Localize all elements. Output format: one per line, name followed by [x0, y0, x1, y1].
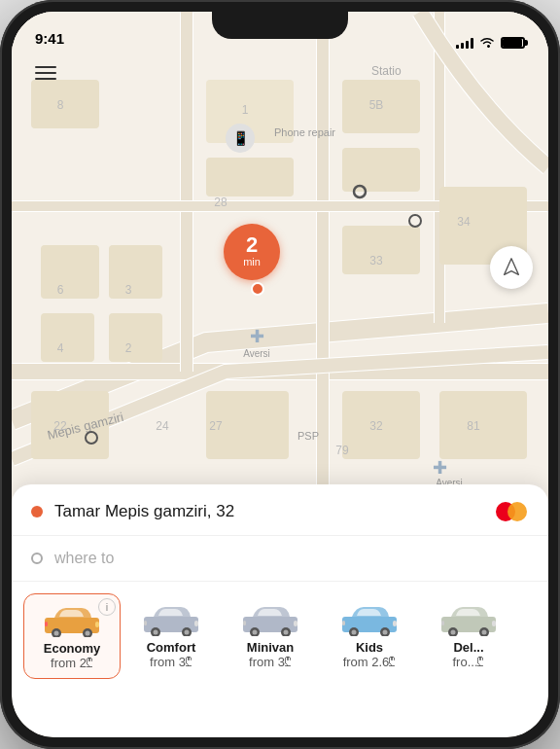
info-badge-economy[interactable]: i — [98, 598, 116, 616]
signal-bar-3 — [466, 41, 469, 49]
ride-option-name-minivan: Minivan — [247, 640, 294, 655]
mastercard-right — [508, 502, 527, 521]
svg-text:34: 34 — [457, 215, 471, 229]
battery-fill — [503, 39, 522, 47]
svg-rect-51 — [45, 622, 48, 626]
car-location-dot — [251, 282, 264, 296]
wifi-icon — [479, 37, 495, 49]
svg-text:24: 24 — [156, 419, 169, 433]
svg-rect-7 — [206, 158, 294, 196]
hamburger-line-3 — [35, 78, 56, 80]
pickup-address: Tamar Mepis gamziri, 32 — [54, 502, 484, 521]
svg-text:2: 2 — [125, 341, 132, 355]
timer-label: min — [243, 256, 261, 268]
svg-text:5B: 5B — [369, 98, 384, 112]
ride-option-comfort[interactable]: Comfort from 3₾ — [122, 593, 220, 679]
pickup-indicator — [31, 506, 43, 517]
svg-text:📱: 📱 — [232, 130, 250, 147]
ride-option-name-kids: Kids — [356, 640, 383, 655]
map-svg: Mepis gamziri Statio 8 6 3 4 2 22 1 27 2… — [12, 12, 548, 527]
svg-rect-65 — [243, 621, 246, 625]
address-row[interactable]: Tamar Mepis gamziri, 32 — [12, 484, 548, 536]
svg-text:32: 32 — [369, 419, 383, 433]
svg-rect-72 — [342, 621, 345, 625]
ride-options-list: i Economy from 2₾ — [12, 582, 548, 687]
svg-rect-4 — [41, 313, 94, 362]
signal-bar-4 — [471, 38, 473, 49]
ride-option-price-comfort: from 3₾ — [150, 655, 192, 669]
signal-bar-2 — [461, 43, 464, 49]
svg-rect-1 — [31, 80, 99, 128]
car-image-comfort — [138, 601, 204, 636]
status-time: 9:41 — [35, 30, 64, 49]
svg-text:Phone repair: Phone repair — [274, 126, 335, 138]
svg-point-75 — [451, 630, 456, 635]
svg-rect-57 — [194, 621, 198, 626]
destination-input[interactable]: where to — [54, 550, 114, 567]
timer-number: 2 — [246, 234, 258, 256]
ride-option-economy[interactable]: i Economy from 2₾ — [23, 593, 121, 679]
payment-method[interactable] — [496, 500, 529, 523]
svg-point-70 — [383, 630, 388, 635]
signal-bar-1 — [456, 45, 459, 49]
svg-rect-2 — [41, 245, 99, 299]
map-area: Mepis gamziri Statio 8 6 3 4 2 22 1 27 2… — [12, 12, 548, 527]
svg-text:4: 4 — [57, 341, 64, 355]
hamburger-line-2 — [35, 72, 56, 74]
phone-screen: 9:41 — [12, 12, 548, 737]
navigation-icon — [501, 257, 522, 278]
svg-text:1: 1 — [242, 103, 249, 117]
svg-rect-50 — [95, 622, 99, 627]
ride-option-price-economy: from 2₾ — [51, 656, 93, 670]
destination-row[interactable]: where to — [12, 536, 548, 582]
svg-text:Aversi: Aversi — [243, 348, 270, 359]
ride-option-delivery[interactable]: Del... fro...₾ — [420, 593, 517, 679]
svg-text:27: 27 — [209, 419, 223, 433]
navigation-button[interactable] — [490, 246, 533, 289]
svg-text:79: 79 — [335, 444, 349, 457]
ride-option-kids[interactable]: Kids from 2.6₾ — [321, 593, 418, 679]
svg-point-77 — [482, 630, 487, 635]
svg-rect-5 — [109, 313, 162, 362]
ride-option-name-delivery: Del... — [453, 640, 483, 655]
svg-point-63 — [284, 630, 289, 635]
svg-text:✚: ✚ — [433, 458, 447, 478]
car-icon-minivan — [237, 601, 303, 636]
ride-option-price-kids: from 2.6₾ — [343, 655, 397, 669]
svg-rect-3 — [109, 245, 162, 299]
car-image-kids — [336, 601, 402, 636]
svg-rect-64 — [294, 621, 298, 626]
ride-option-price-delivery: fro...₾ — [452, 655, 484, 669]
svg-rect-71 — [393, 621, 397, 626]
ride-option-minivan[interactable]: Minivan from 3₾ — [222, 593, 319, 679]
ride-option-name-economy: Economy — [44, 641, 101, 656]
timer-bubble: 2 min — [224, 224, 280, 280]
ride-option-name-comfort: Comfort — [147, 640, 196, 655]
notch — [212, 12, 348, 39]
svg-text:22: 22 — [53, 419, 67, 433]
svg-point-68 — [352, 630, 357, 635]
svg-point-61 — [253, 630, 258, 635]
signal-bars-icon — [456, 37, 473, 49]
svg-rect-13 — [439, 391, 527, 459]
svg-text:✚: ✚ — [250, 327, 264, 346]
svg-text:8: 8 — [57, 98, 64, 112]
svg-text:3: 3 — [125, 283, 132, 297]
svg-text:Statio: Statio — [371, 64, 402, 78]
destination-indicator — [31, 553, 43, 564]
car-image-delivery — [436, 601, 502, 636]
bottom-sheet: Tamar Mepis gamziri, 32 where to — [12, 484, 548, 737]
car-image-minivan — [237, 601, 303, 636]
svg-text:28: 28 — [214, 196, 228, 209]
svg-point-56 — [185, 630, 190, 635]
car-icon-kids — [336, 601, 402, 636]
svg-text:PSP: PSP — [298, 430, 319, 442]
svg-point-54 — [154, 630, 158, 635]
battery-icon — [501, 37, 525, 49]
svg-rect-78 — [492, 621, 496, 626]
svg-rect-9 — [342, 148, 420, 192]
hamburger-menu[interactable] — [31, 62, 60, 84]
car-icon-economy — [39, 602, 105, 637]
svg-point-47 — [54, 631, 59, 636]
svg-rect-79 — [441, 621, 444, 625]
